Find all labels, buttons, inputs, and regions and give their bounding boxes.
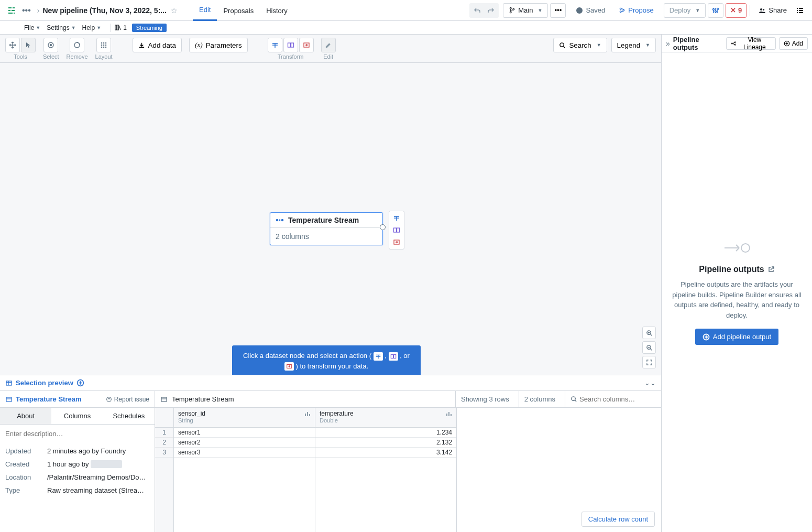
pointer-tool[interactable] (21, 38, 36, 52)
join-icon (287, 41, 294, 49)
table-cell: 1.234 (315, 428, 456, 438)
chevron-down-icon: ▼ (597, 42, 601, 48)
column-histogram-button[interactable] (446, 411, 453, 416)
file-menu[interactable]: File▼ (24, 24, 40, 31)
redo-button[interactable] (484, 4, 498, 17)
add-pipeline-output-button[interactable]: Add pipeline output (695, 329, 778, 345)
description-input[interactable] (0, 425, 155, 443)
branch-selector[interactable]: Main ▼ (503, 3, 548, 18)
node-output-action[interactable] (391, 237, 402, 247)
svg-point-49 (106, 397, 111, 401)
chevron-down-icon: ▼ (695, 8, 700, 13)
table-cell: sensor1 (174, 428, 315, 438)
edit-tool[interactable] (321, 38, 336, 52)
dataset-name[interactable]: Temperature Stream (16, 395, 81, 403)
svg-rect-13 (797, 10, 798, 11)
node-output-handle[interactable] (380, 224, 386, 230)
panel-toggle-button[interactable] (792, 3, 808, 18)
svg-rect-14 (797, 12, 798, 13)
empty-description: Pipeline outputs are the artifacts your … (672, 279, 802, 320)
remove-label: Remove (67, 53, 88, 60)
hint-join-icon (389, 352, 398, 361)
svg-rect-54 (309, 414, 310, 416)
select-label: Select (43, 53, 59, 60)
svg-rect-52 (305, 414, 306, 416)
transform-tool-1[interactable] (268, 38, 282, 52)
svg-rect-50 (161, 397, 167, 401)
dataset-icon (5, 396, 13, 403)
tab-history[interactable]: History (260, 0, 293, 21)
share-button[interactable]: Share (753, 3, 792, 18)
hint-tooltip: Click a dataset node and select an actio… (232, 345, 421, 375)
node-transform-action[interactable] (391, 213, 402, 223)
preview-add-button[interactable] (76, 379, 84, 387)
svg-point-28 (105, 45, 107, 46)
layout-tool[interactable] (96, 38, 111, 52)
branch-more-button[interactable]: ••• (550, 3, 566, 18)
panel-icon (796, 7, 804, 14)
zoom-fit-button[interactable] (642, 356, 656, 368)
library-count[interactable]: 1 (114, 24, 127, 31)
svg-point-37 (282, 220, 283, 221)
zoom-in-button[interactable] (642, 327, 656, 339)
layout-label: Layout (95, 53, 113, 60)
legend-button[interactable]: Legend ▼ (611, 38, 656, 52)
meta-tab-schedules[interactable]: Schedules (103, 408, 155, 424)
meta-tab-about[interactable]: About (0, 408, 51, 424)
deploy-button[interactable]: Deploy ▼ (664, 3, 706, 18)
row-number: 3 (155, 448, 173, 458)
settings-menu[interactable]: Settings▼ (47, 24, 75, 31)
add-data-button[interactable]: Add data (133, 38, 182, 52)
app-logo[interactable] (4, 3, 19, 18)
calculate-row-count-button[interactable]: Calculate row count (581, 512, 655, 527)
parameters-button[interactable]: (x) Parameters (189, 38, 248, 52)
panel-add-button[interactable]: Add (779, 37, 808, 50)
svg-rect-12 (797, 8, 798, 9)
tune-button[interactable] (708, 3, 723, 18)
row-number: 1 (155, 428, 173, 438)
tab-edit[interactable]: Edit (193, 0, 217, 21)
remove-tool[interactable] (70, 38, 84, 52)
undo-button[interactable] (470, 4, 484, 17)
transform-tool-3[interactable] (299, 38, 314, 52)
external-link-icon[interactable] (767, 266, 775, 273)
canvas-search-button[interactable]: Search ▼ (553, 38, 607, 52)
select-tool[interactable] (43, 38, 58, 52)
view-lineage-button[interactable]: View Lineage (726, 37, 776, 50)
dataset-node[interactable]: Temperature Stream 2 columns (270, 212, 383, 245)
library-icon (114, 24, 121, 31)
target-icon (47, 41, 54, 49)
empty-title: Pipeline outputs (699, 265, 774, 274)
search-icon (570, 396, 577, 403)
transform-tool-2[interactable] (283, 38, 298, 52)
zoom-out-button[interactable] (642, 341, 656, 354)
svg-rect-39 (397, 228, 400, 232)
svg-point-31 (105, 47, 107, 48)
svg-point-30 (103, 47, 105, 48)
search-label: Search (569, 41, 591, 49)
column-histogram-button[interactable] (304, 411, 312, 416)
panel-collapse-button[interactable]: » (666, 39, 670, 48)
report-issue-button[interactable]: Report issue (106, 396, 149, 403)
tab-proposals[interactable]: Proposals (217, 0, 260, 21)
pan-tool[interactable] (5, 38, 20, 52)
column-search-input[interactable] (577, 393, 651, 405)
svg-rect-33 (291, 43, 293, 47)
row-number: 2 (155, 438, 173, 448)
page-title: New pipeline (Thu, Nov 3, 2022, 5:... (42, 6, 167, 15)
propose-button[interactable]: Propose (613, 3, 659, 18)
saved-indicator[interactable]: Saved (570, 3, 611, 18)
errors-badge[interactable]: ✕ 9 (726, 3, 747, 18)
fx-icon: (x) (195, 41, 203, 49)
node-join-action[interactable] (391, 225, 402, 235)
help-menu[interactable]: Help▼ (82, 24, 102, 31)
svg-point-4 (620, 8, 622, 9)
meta-tab-columns[interactable]: Columns (51, 408, 103, 424)
meta-updated-val: 2 minutes ago by Foundry (47, 447, 149, 455)
preview-collapse-button[interactable]: ⌄⌄ (644, 379, 656, 387)
plus-circle-icon (784, 40, 790, 47)
svg-point-26 (101, 45, 103, 46)
breadcrumb-menu[interactable]: ••• (22, 6, 31, 15)
favorite-star-icon[interactable]: ☆ (171, 6, 178, 15)
svg-point-3 (576, 7, 583, 14)
